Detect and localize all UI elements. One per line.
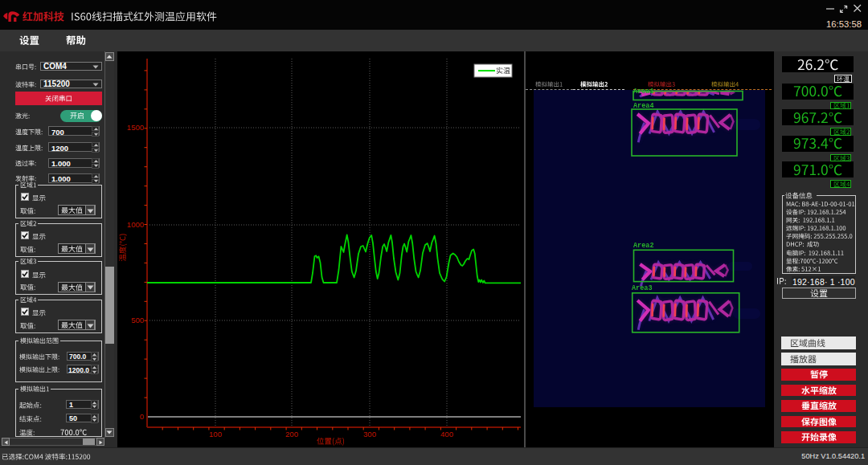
svg-text:Area2: Area2 [633, 242, 654, 250]
svg-text:100: 100 [209, 430, 222, 438]
svg-text:1000: 1000 [127, 220, 144, 229]
svg-text:200: 200 [285, 430, 298, 438]
svg-text:300: 300 [363, 430, 376, 438]
svg-text:Area3: Area3 [632, 284, 653, 292]
svg-text:400: 400 [440, 430, 453, 438]
svg-text:500: 500 [131, 316, 144, 324]
svg-text:0: 0 [140, 412, 144, 421]
svg-text:1500: 1500 [127, 123, 144, 132]
